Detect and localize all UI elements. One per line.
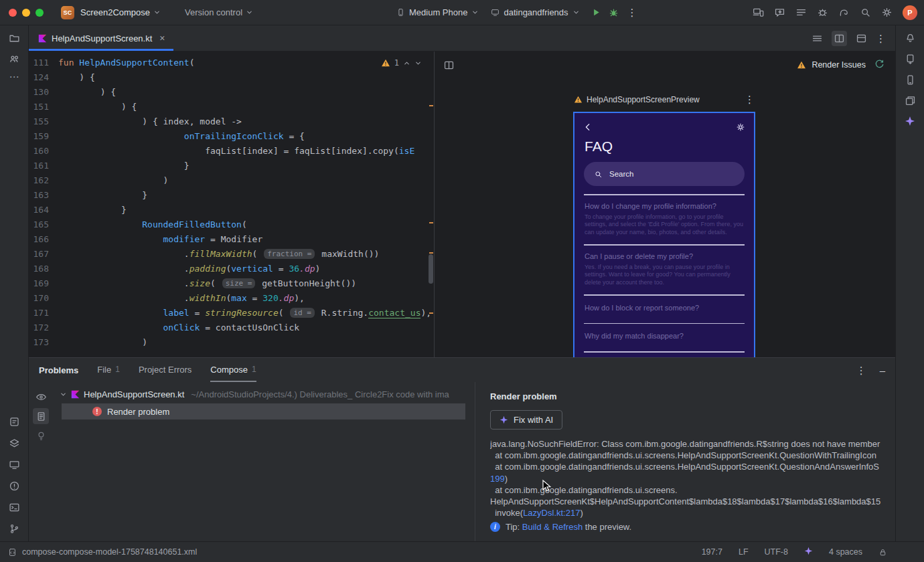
code-line[interactable]: 151 ) {: [29, 100, 434, 114]
chevron-up-icon[interactable]: [403, 60, 410, 67]
fix-with-ai-button[interactable]: Fix with AI: [490, 410, 562, 430]
code-line[interactable]: 173 ): [29, 335, 434, 350]
build-variants-tool-button[interactable]: [9, 438, 20, 449]
version-control-t ool-button[interactable]: [9, 523, 20, 535]
left-stripe-bottom: [9, 416, 20, 535]
code-line[interactable]: 171 label = stringResource( id = R.strin…: [29, 306, 434, 320]
problems-body: HelpAndSupportScreen.kt ~/AndroidStudioP…: [29, 382, 895, 541]
commit-tool-button[interactable]: [9, 416, 20, 428]
logcat-tool-button[interactable]: [9, 459, 20, 470]
more-tool-windows-button[interactable]: ⋯: [9, 74, 19, 80]
caret-position-widget[interactable]: 197:7: [702, 547, 722, 557]
code-line[interactable]: 111fun HelpAndSupportContent(: [29, 56, 434, 70]
status-file-widget[interactable]: compose-compose-model-1758748140651.xml: [8, 547, 197, 557]
running-devices-button[interactable]: [795, 7, 807, 18]
preview-card-header[interactable]: HelpAndSupportScreenPreview ⋮: [574, 94, 755, 104]
editor-list-button[interactable]: [812, 33, 823, 44]
app-inspection-button[interactable]: [817, 7, 828, 18]
code-line[interactable]: 162 ): [29, 173, 434, 188]
preview-split-button[interactable]: [443, 60, 455, 71]
code-line[interactable]: 166 modifier = Modifier: [29, 232, 434, 247]
chevron-down-icon[interactable]: [60, 391, 67, 398]
tab-project-errors[interactable]: Project Errors: [139, 358, 191, 382]
android-studio-window: SC Screen2Compose Version control Medium…: [0, 0, 924, 562]
layout-inspector-tool-button[interactable]: [905, 95, 916, 106]
project-selector[interactable]: Screen2Compose: [80, 7, 161, 17]
code-line[interactable]: 124 ) {: [29, 70, 434, 85]
code-line[interactable]: 164 }: [29, 203, 434, 217]
faq-list: How do I change my profile information?T…: [584, 194, 745, 353]
code-line[interactable]: 155 ) { index, model ->: [29, 114, 434, 129]
device-mirroring-tool-button[interactable]: [905, 54, 916, 65]
quick-fix-button[interactable]: [33, 428, 49, 444]
user-avatar[interactable]: P: [903, 5, 917, 20]
vcs-widget[interactable]: Version control: [185, 7, 253, 17]
show-details-button[interactable]: [33, 408, 49, 424]
editor-options-button[interactable]: ⋮: [876, 33, 886, 43]
build-refresh-link[interactable]: Build & Refresh: [522, 522, 583, 532]
inspections-widget[interactable]: 1: [378, 57, 425, 69]
code-line[interactable]: 167 .fillMaxWidth( fraction = maxWidth()…: [29, 247, 434, 262]
code-line[interactable]: 170 .widthIn(max = 320.dp),: [29, 291, 434, 306]
render-issues-widget[interactable]: Render Issues: [797, 59, 885, 70]
xml-file-icon: [8, 548, 17, 557]
code-editor[interactable]: 111fun HelpAndSupportContent(124 ) {130 …: [29, 52, 434, 357]
code-line[interactable]: 163 }: [29, 188, 434, 203]
chevron-down-icon[interactable]: [414, 60, 422, 67]
line-separator-widget[interactable]: LF: [739, 547, 749, 557]
tab-helpandsupportscreen[interactable]: HelpAndSupportScreen.kt ×: [29, 25, 173, 51]
close-tab-icon[interactable]: ×: [159, 33, 165, 43]
hide-panel-button[interactable]: –: [880, 365, 885, 376]
run-button[interactable]: [591, 7, 602, 18]
code-line[interactable]: 168 .padding(vertical = 36.dp): [29, 262, 434, 276]
split-editor-button[interactable]: [832, 31, 847, 46]
stack-link[interactable]: 199: [490, 474, 505, 484]
minimize-window-button[interactable]: [22, 9, 30, 17]
code-line[interactable]: 161 }: [29, 159, 434, 173]
zoom-window-button[interactable]: [35, 9, 44, 17]
terminal-tool-button[interactable]: [9, 502, 20, 513]
sparkle-icon: [905, 116, 915, 126]
search-icon: [860, 7, 871, 18]
problems-options-button[interactable]: ⋮: [856, 365, 866, 375]
tab-file[interactable]: File1: [97, 358, 120, 382]
code-line[interactable]: 169 .size( size = getButtonHeight()): [29, 276, 434, 291]
close-window-button[interactable]: [9, 9, 17, 17]
indent-widget[interactable]: 4 spaces: [829, 547, 862, 557]
notifications-tool-button[interactable]: [905, 33, 916, 44]
refresh-icon[interactable]: [874, 59, 885, 70]
pull-requests-tool-button[interactable]: [9, 54, 20, 65]
code-line[interactable]: 172 onClick = contactUsOnClick: [29, 320, 434, 335]
tab-compose[interactable]: Compose1: [210, 358, 256, 382]
render-problem-label: Render problem: [107, 407, 169, 417]
device-mirroring-button[interactable]: [753, 7, 764, 18]
search-everywhere-button[interactable]: [860, 7, 871, 18]
gemini-tool-button[interactable]: [905, 116, 915, 128]
problems-tool-button[interactable]: [9, 480, 20, 492]
problems-file-row[interactable]: HelpAndSupportScreen.kt ~/AndroidStudioP…: [53, 386, 475, 402]
more-actions-button[interactable]: ⋮: [627, 7, 637, 17]
debug-button[interactable]: [608, 7, 619, 18]
gradle-sync-button[interactable]: [838, 7, 850, 18]
device-selector[interactable]: Medium Phone: [396, 7, 479, 17]
code-line[interactable]: 159 onTrailingIconClick = {: [29, 129, 434, 144]
encoding-widget[interactable]: UTF-8: [765, 547, 788, 557]
code-line[interactable]: 160 faqList[index] = faqList[index].copy…: [29, 144, 434, 159]
settings-button[interactable]: [881, 7, 893, 18]
device-manager-tool-button[interactable]: [905, 74, 916, 86]
editor-layout-button[interactable]: [856, 33, 867, 44]
code-line[interactable]: 130 ) {: [29, 85, 434, 100]
ai-status-widget[interactable]: [804, 547, 813, 557]
preview-options-button[interactable]: ⋮: [745, 94, 755, 104]
project-tool-button[interactable]: [9, 33, 20, 44]
gemini-button[interactable]: [774, 7, 785, 18]
run-config-selector[interactable]: datingandfriends: [491, 7, 579, 17]
editor-scrollbar[interactable]: [429, 254, 433, 284]
code-line[interactable]: 165 RoundedFilledButton(: [29, 217, 434, 232]
faq-question: Can I pause or delete my profile?: [585, 252, 744, 260]
preview-search-placeholder: Search: [609, 170, 633, 178]
render-problem-row[interactable]: ! Render problem: [62, 403, 465, 419]
preview-toggle-button[interactable]: [33, 389, 49, 405]
readonly-toggle[interactable]: [878, 548, 887, 557]
stack-link[interactable]: LazyDsl.kt:217: [523, 508, 580, 518]
